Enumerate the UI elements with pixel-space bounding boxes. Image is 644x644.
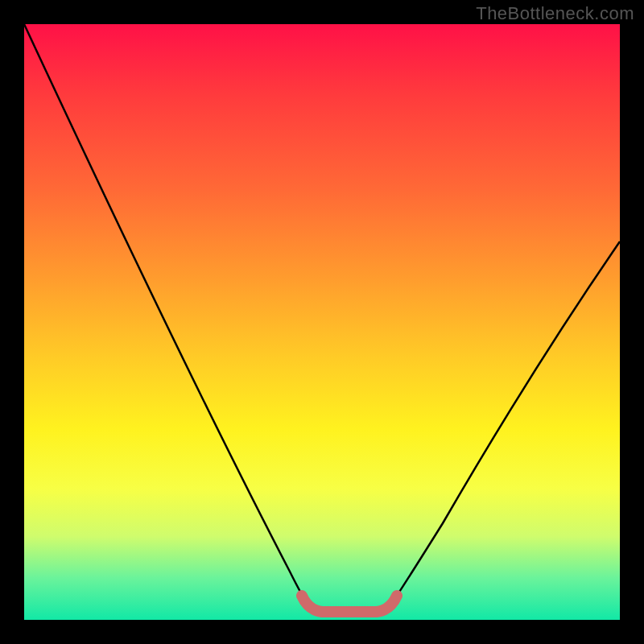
chart-svg (24, 24, 620, 620)
curve-left-path (24, 24, 308, 605)
chart-frame: TheBottleneck.com (0, 0, 644, 644)
watermark-text: TheBottleneck.com (476, 3, 634, 24)
floor-segment-path (302, 596, 397, 612)
plot-area (24, 24, 620, 620)
curve-right-path (390, 242, 620, 605)
